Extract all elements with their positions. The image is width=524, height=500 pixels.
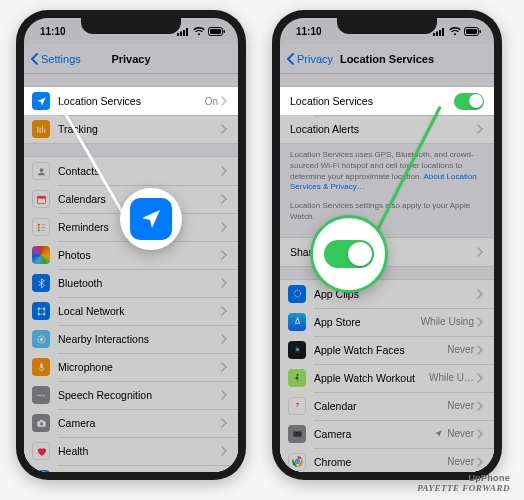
back-button[interactable]: Settings xyxy=(30,53,81,65)
chevron-right-icon xyxy=(477,373,484,383)
list-item[interactable]: App Clips xyxy=(280,280,494,308)
row-location-services[interactable]: Location Services On xyxy=(24,87,238,115)
chevron-right-icon xyxy=(221,306,228,316)
row-label: Chrome xyxy=(314,456,447,468)
row-location-services-toggle[interactable]: Location Services xyxy=(280,87,494,115)
svg-point-12 xyxy=(37,229,39,231)
list-item[interactable]: Nearby Interactions xyxy=(24,325,238,353)
watermark-line2: PAYETTE FORWARD xyxy=(417,484,510,494)
svg-point-7 xyxy=(39,168,43,172)
speech-icon xyxy=(32,386,50,404)
chevron-right-icon xyxy=(221,250,228,260)
chevron-right-icon xyxy=(221,362,228,372)
settings-group: Location Services Location Alerts xyxy=(280,86,494,144)
list-item[interactable]: App Store While Using xyxy=(280,308,494,336)
callout-bubble xyxy=(120,188,182,250)
row-label: Speech Recognition xyxy=(58,389,221,401)
row-label: Health xyxy=(58,445,221,457)
chevron-left-icon xyxy=(286,53,296,65)
row-label: Camera xyxy=(58,417,221,429)
location-arrow-icon xyxy=(32,92,50,110)
chevron-right-icon xyxy=(477,457,484,467)
bluetooth-icon xyxy=(32,274,50,292)
row-label: Camera xyxy=(314,428,434,440)
row-label: Bluetooth xyxy=(58,277,221,289)
status-time: 11:10 xyxy=(296,26,322,37)
row-label: Microphone xyxy=(58,361,221,373)
svg-rect-0 xyxy=(177,33,179,36)
row-label: Local Network xyxy=(58,305,221,317)
chevron-right-icon xyxy=(477,247,484,257)
notch-icon xyxy=(81,18,181,34)
svg-rect-36 xyxy=(480,30,482,33)
chevron-right-icon xyxy=(221,222,228,232)
list-item[interactable]: 7 Calendar Never xyxy=(280,392,494,420)
camera-icon xyxy=(32,414,50,432)
back-button[interactable]: Privacy xyxy=(286,53,333,65)
svg-rect-32 xyxy=(439,30,441,36)
status-time: 11:10 xyxy=(40,26,66,37)
row-label: Tracking xyxy=(58,123,221,135)
list-item[interactable]: Camera xyxy=(24,409,238,437)
svg-rect-13 xyxy=(41,224,45,225)
contacts-icon xyxy=(32,162,50,180)
calendar-icon: 7 xyxy=(288,397,306,415)
microphone-icon xyxy=(32,358,50,376)
location-arrow-icon xyxy=(130,198,172,240)
chrome-icon xyxy=(288,453,306,471)
scroll-content[interactable]: Location Services Location Alerts Locati… xyxy=(280,74,494,472)
back-label: Privacy xyxy=(297,53,333,65)
svg-point-44 xyxy=(296,433,298,435)
nav-bar: Privacy Location Services xyxy=(280,44,494,74)
list-item[interactable]: Photos xyxy=(24,241,238,269)
watch-workout-icon xyxy=(288,369,306,387)
list-item[interactable]: Contacts xyxy=(24,157,238,185)
toggle-switch[interactable] xyxy=(454,93,484,110)
row-value: On xyxy=(205,96,218,107)
row-label: Location Services xyxy=(290,95,454,107)
svg-rect-2 xyxy=(183,30,185,36)
chevron-right-icon xyxy=(221,96,228,106)
svg-rect-14 xyxy=(41,227,45,228)
watermark: UpPhone PAYETTE FORWARD xyxy=(417,474,510,494)
svg-rect-31 xyxy=(436,31,438,36)
list-item[interactable]: Health xyxy=(24,437,238,465)
chevron-right-icon xyxy=(477,345,484,355)
list-item[interactable]: Apple Watch Faces Never xyxy=(280,336,494,364)
list-item[interactable]: Speech Recognition xyxy=(24,381,238,409)
row-tracking[interactable]: Tracking xyxy=(24,115,238,143)
row-value: Never xyxy=(447,344,474,355)
svg-point-10 xyxy=(37,223,39,225)
photos-icon xyxy=(32,246,50,264)
calendar-icon xyxy=(32,190,50,208)
svg-text:7: 7 xyxy=(295,403,299,409)
row-label: Apple Watch Faces xyxy=(314,344,447,356)
footnote-text: Location Services uses GPS, Bluetooth, a… xyxy=(280,144,494,195)
svg-rect-33 xyxy=(442,28,444,36)
svg-rect-35 xyxy=(466,29,477,34)
chevron-right-icon xyxy=(221,446,228,456)
row-location-alerts[interactable]: Location Alerts xyxy=(280,115,494,143)
settings-group: App Clips App Store While Using Apple Wa… xyxy=(280,279,494,472)
wifi-icon xyxy=(449,27,461,36)
list-item[interactable]: Microphone xyxy=(24,353,238,381)
svg-rect-15 xyxy=(41,229,45,230)
svg-rect-6 xyxy=(224,30,226,33)
app-clips-icon xyxy=(288,285,306,303)
list-item[interactable]: Bluetooth xyxy=(24,269,238,297)
svg-point-40 xyxy=(296,374,298,376)
list-item[interactable]: Research Sensor & Usage Data xyxy=(24,465,238,472)
list-item[interactable]: Apple Watch Workout While U… xyxy=(280,364,494,392)
watch-faces-icon xyxy=(288,341,306,359)
svg-point-11 xyxy=(37,226,39,228)
row-value: While U… xyxy=(429,372,474,383)
settings-group: Location Services On Tracking xyxy=(24,86,238,144)
svg-rect-25 xyxy=(40,419,43,421)
chevron-right-icon xyxy=(221,124,228,134)
list-item[interactable]: Camera Never xyxy=(280,420,494,448)
row-value: Never xyxy=(447,400,474,411)
svg-rect-9 xyxy=(37,196,45,198)
list-item[interactable]: Chrome Never xyxy=(280,448,494,472)
scroll-content[interactable]: Location Services On Tracking xyxy=(24,74,238,472)
list-item[interactable]: Local Network xyxy=(24,297,238,325)
